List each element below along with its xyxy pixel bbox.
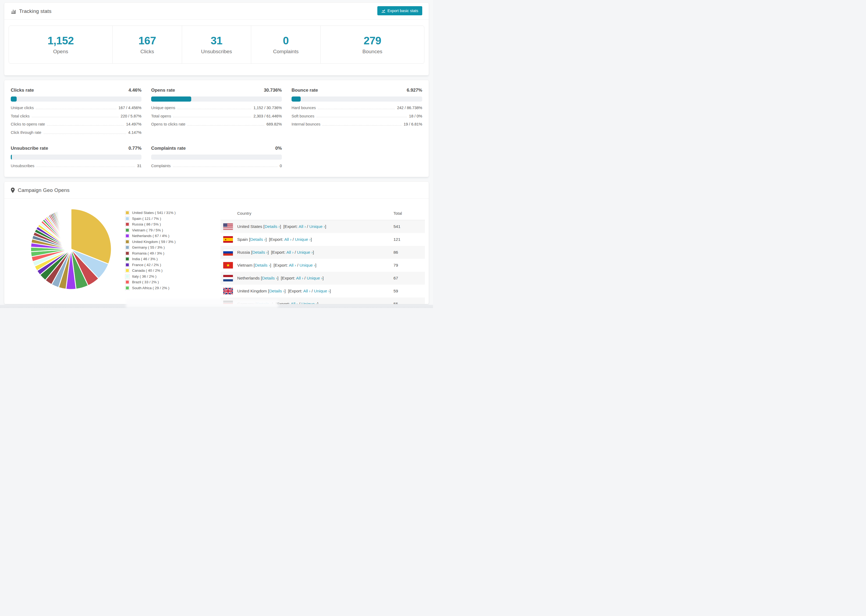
rate-detail-value: 242 / 86.738%: [397, 105, 422, 110]
export-icon: [381, 9, 386, 13]
country-name: Vietnam: [237, 263, 252, 267]
rate-progress-bar: [151, 154, 282, 160]
details-link[interactable]: Details ›: [262, 276, 277, 280]
export-all-link[interactable]: All ›: [287, 250, 294, 255]
details-link[interactable]: Details ›: [252, 250, 268, 255]
flag-vn-icon: [223, 262, 233, 269]
rate-detail-row: Opens to clicks rate689.82%: [151, 122, 282, 127]
geo-country-text: Netherlands [Details ›] [Export: All › /…: [237, 276, 324, 281]
export-basic-stats-button[interactable]: Export basic stats: [377, 6, 422, 15]
stat-label: Clicks: [140, 49, 154, 55]
legend-swatch: [125, 222, 129, 226]
geo-body: United States ( 541 / 31% )Spain ( 121 /…: [4, 199, 429, 304]
rate-value: 4.46%: [129, 88, 142, 93]
stat-value: 31: [211, 35, 222, 47]
legend-swatch: [125, 251, 129, 255]
export-all-link[interactable]: All ›: [296, 276, 303, 280]
geo-table-row: Spain [Details ›] [Export: All › / Uniqu…: [220, 233, 425, 246]
legend-label: Romania ( 49 / 3% ): [132, 251, 164, 255]
legend-swatch: [125, 280, 129, 284]
details-link[interactable]: Details ›: [269, 289, 285, 293]
geo-total-cell: 86: [394, 250, 425, 255]
geo-country-table: Country Total United States [Details ›] …: [220, 207, 425, 304]
export-prefix: Export:: [272, 250, 287, 255]
legend-label: United States ( 541 / 31% ): [132, 211, 176, 215]
rate-progress-fill: [11, 154, 12, 160]
stat-value: 0: [283, 35, 289, 47]
export-unique-link[interactable]: Unique ›: [307, 276, 323, 280]
export-unique-link[interactable]: Unique ›: [299, 263, 315, 267]
rate-progress-fill: [291, 96, 301, 102]
export-unique-link[interactable]: Unique ›: [314, 289, 330, 293]
flag-us-icon: [223, 223, 233, 230]
dotted-leader: [36, 167, 135, 167]
legend-label: United Kingdom ( 59 / 3% ): [132, 240, 176, 244]
rate-detail-value: 19 / 6.81%: [404, 122, 422, 127]
legend-item-italy: Italy ( 36 / 2% ): [125, 273, 176, 280]
legend-swatch: [125, 228, 129, 232]
export-prefix: Export:: [277, 302, 291, 304]
export-prefix: Export:: [285, 224, 299, 229]
export-prefix: Export:: [270, 237, 284, 242]
legend-swatch: [125, 245, 129, 250]
legend-swatch: [125, 234, 129, 238]
details-link[interactable]: Details ›: [255, 263, 270, 267]
geo-table-row: Netherlands [Details ›] [Export: All › /…: [220, 272, 425, 284]
flag-es-icon: [223, 236, 233, 243]
export-all-link[interactable]: All ›: [289, 263, 296, 267]
geo-table-row: United States [Details ›] [Export: All ›…: [220, 220, 425, 233]
rate-detail-value: 689.82%: [266, 122, 282, 127]
dotted-leader: [178, 109, 252, 109]
legend-swatch: [125, 211, 129, 215]
legend-label: India ( 46 / 3% ): [132, 257, 157, 261]
stat-value: 167: [139, 35, 156, 47]
geo-total-cell: 541: [394, 224, 425, 229]
geo-title: Campaign Geo Opens: [18, 187, 70, 193]
dotted-leader: [173, 117, 251, 117]
rate-detail-value: 1,152 / 30.736%: [254, 105, 282, 110]
rate-panel-unsubscribe-rate: Unsubscribe rate0.77%Unsubscribes31: [11, 146, 142, 168]
export-unique-link[interactable]: Unique ›: [301, 302, 317, 304]
legend-label: Brazil ( 33 / 2% ): [132, 280, 159, 284]
rate-title: Clicks rate: [11, 88, 34, 93]
rate-detail-label: Hard bounces: [291, 105, 316, 110]
export-all-link[interactable]: All ›: [299, 224, 306, 229]
legend-item-germany: Germany ( 55 / 3% ): [125, 245, 176, 250]
dotted-leader: [173, 167, 277, 167]
export-unique-link[interactable]: Unique ›: [309, 224, 325, 229]
rate-detail-label: Click through rate: [11, 130, 41, 135]
country-column-header: Country: [220, 211, 394, 215]
legend-label: Italy ( 36 / 2% ): [132, 274, 156, 278]
rate-panel-head: Opens rate30.736%: [151, 88, 282, 93]
geo-table-row: Vietnam [Details ›] [Export: All › / Uni…: [220, 259, 425, 272]
rate-detail-label: Soft bounces: [291, 114, 314, 118]
geo-total-cell: 79: [394, 263, 425, 268]
details-link[interactable]: Details ›: [265, 224, 280, 229]
rate-detail-value: 2,303 / 61.446%: [254, 114, 282, 118]
tracking-stats-header: Tracking stats Export basic stats: [4, 3, 429, 20]
total-column-header: Total: [394, 211, 425, 215]
geo-total-cell: 67: [394, 276, 425, 281]
rate-progress-fill: [151, 96, 191, 102]
rate-title: Bounce rate: [291, 88, 318, 93]
export-unique-link[interactable]: Unique ›: [295, 237, 311, 242]
rate-panel-head: Complaints rate0%: [151, 146, 282, 151]
export-unique-link[interactable]: Unique ›: [297, 250, 313, 255]
geo-country-cell: Russia [Details ›] [Export: All › / Uniq…: [220, 249, 394, 256]
export-all-link[interactable]: All ›: [284, 237, 291, 242]
rate-detail-row: Unique opens1,152 / 30.736%: [151, 105, 282, 110]
export-all-link[interactable]: All ›: [303, 289, 311, 293]
geo-table-header: Country Total: [220, 207, 425, 220]
rates-grid: Clicks rate4.46%Unique clicks167 / 4.456…: [11, 88, 422, 168]
rate-detail-label: Internal bounces: [291, 122, 320, 127]
stat-cell-unsubscribes: 31Unsubscribes: [182, 26, 251, 63]
country-name: Spain: [237, 237, 248, 242]
details-link[interactable]: Details ›: [250, 237, 265, 242]
map-pin-icon: [11, 188, 15, 193]
legend-swatch: [125, 286, 129, 290]
export-all-link[interactable]: All ›: [291, 302, 298, 304]
legend-item-india: India ( 46 / 3% ): [125, 256, 176, 262]
geo-opens-pie-chart[interactable]: [30, 208, 112, 291]
rate-panel-complaints-rate: Complaints rate0%Complaints0: [151, 146, 282, 168]
geo-total-cell: 121: [394, 237, 425, 242]
